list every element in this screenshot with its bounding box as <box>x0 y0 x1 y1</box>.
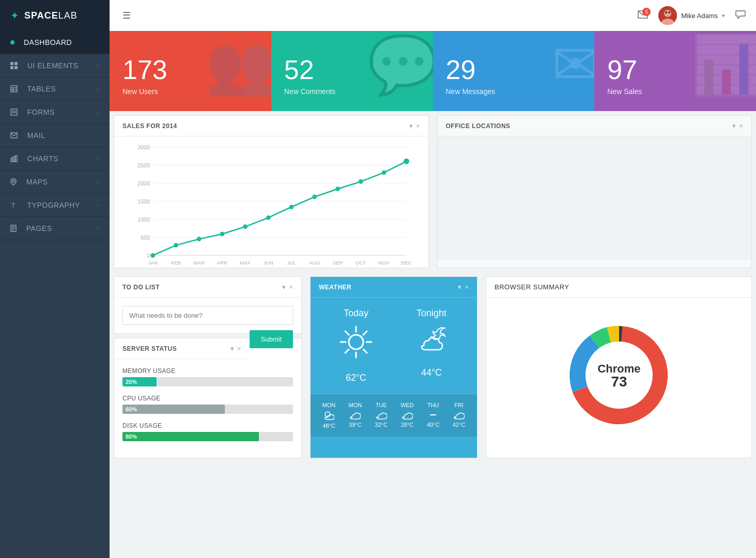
mail-notification[interactable]: 5 <box>638 10 648 21</box>
nav-dot <box>10 40 14 44</box>
svg-rect-4 <box>11 86 17 92</box>
chevron-icon: › <box>97 86 99 92</box>
forecast-day-label: MON <box>322 402 336 408</box>
svg-point-41 <box>150 253 155 258</box>
forms-icon: Forms <box>10 108 55 116</box>
todo-submit-button[interactable]: Submit <box>250 330 293 348</box>
cloud-icon <box>402 410 413 420</box>
svg-point-45 <box>243 224 248 229</box>
sun-icon <box>338 324 374 360</box>
cloud-icon <box>453 410 465 420</box>
chevron-icon: › <box>97 63 99 69</box>
todo-input[interactable] <box>122 306 293 325</box>
svg-point-48 <box>312 195 317 199</box>
browser-summary-panel: Browser Summary <box>486 276 752 458</box>
forecast-temp: 42°C <box>453 422 466 428</box>
today-label: Today <box>344 308 368 319</box>
svg-text:0: 0 <box>147 253 150 259</box>
today-temp: 62°C <box>346 373 366 383</box>
svg-point-42 <box>174 243 178 247</box>
partly-cloudy-icon <box>323 410 334 421</box>
cpu-bar-bg: 60% <box>122 405 293 414</box>
close-icon[interactable]: × <box>465 283 469 291</box>
svg-point-65 <box>349 335 363 349</box>
svg-point-50 <box>359 179 363 184</box>
forecast-fri: FRI 42°C <box>453 402 466 429</box>
collapse-icon[interactable]: ▾ <box>732 122 736 130</box>
close-icon[interactable]: × <box>289 283 293 291</box>
main-content: ☰ 5 Mike Adams ▾ <box>110 0 756 558</box>
stat-card-messages: ✉ 29 New Messages <box>433 31 595 111</box>
topbar-right: 5 Mike Adams ▾ <box>638 6 746 25</box>
close-icon[interactable]: × <box>237 345 241 352</box>
collapse-icon[interactable]: ▾ <box>282 283 286 291</box>
svg-point-15 <box>12 180 14 182</box>
forecast-tue: TUE 32°C <box>375 402 388 429</box>
weather-controls[interactable]: ▾ × <box>458 283 469 291</box>
sidebar-item-dashboard[interactable]: Dashboard <box>0 31 110 54</box>
svg-point-44 <box>220 232 224 237</box>
sidebar-item-ui-elements[interactable]: UI Elements › <box>0 54 110 78</box>
user-menu[interactable]: Mike Adams ▾ <box>658 6 725 25</box>
tonight-col: Tonight 44°C <box>396 308 467 383</box>
bottom-row: TO DO LIST ▾ × Submit SE <box>110 272 756 462</box>
svg-point-26 <box>668 11 670 13</box>
collapse-icon[interactable]: ▾ <box>458 283 461 291</box>
chevron-icon: › <box>97 132 99 138</box>
todo-controls[interactable]: ▾ × <box>282 283 293 291</box>
memory-bar-bg: 20% <box>122 377 293 386</box>
chevron-icon: › <box>97 202 99 208</box>
sidebar-item-mail[interactable]: Mail › <box>0 124 110 147</box>
todo-header: TO DO LIST ▾ × <box>114 277 301 298</box>
sidebar-item-typography[interactable]: T Typography › <box>0 194 110 217</box>
cpu-label: CPU Usage <box>122 395 293 402</box>
svg-rect-14 <box>16 156 17 162</box>
svg-text:MAR: MAR <box>193 260 205 266</box>
sidebar: ✦ SPACELAB Dashboard UI Elements › Table… <box>0 0 110 558</box>
svg-point-25 <box>665 11 667 13</box>
svg-text:1500: 1500 <box>137 198 150 205</box>
server-status-panel: SERVER STATUS ▾ × Memory Usage 20% <box>114 338 302 458</box>
cloud-icon <box>376 410 387 420</box>
svg-line-73 <box>345 349 349 353</box>
chevron-icon: › <box>97 179 99 185</box>
sales-chart-panel: SALES FOR 2014 ▾ × <box>114 115 429 268</box>
user-avatar <box>658 6 677 25</box>
collapse-icon[interactable]: ▾ <box>230 345 234 352</box>
logo-icon: ✦ <box>10 9 19 22</box>
chat-icon-button[interactable] <box>735 10 746 21</box>
weather-panel: WEATHER ▾ × Today <box>310 276 477 458</box>
todo-body: Submit <box>114 298 301 333</box>
collapse-icon[interactable]: ▾ <box>409 122 413 130</box>
typography-icon: T Typography <box>10 201 80 209</box>
sidebar-item-pages[interactable]: Pages › <box>0 217 110 240</box>
svg-text:2000: 2000 <box>137 180 150 187</box>
avatar-image <box>658 6 677 25</box>
office-locations-controls[interactable]: ▾ × <box>732 122 743 130</box>
sidebar-item-tables[interactable]: Tables › <box>0 78 110 101</box>
cloud-moon-icon <box>413 324 450 355</box>
server-status-controls[interactable]: ▾ × <box>230 345 241 352</box>
comments-bg-icon: 💬 <box>367 36 433 93</box>
stat-card-users: 👥 173 New Users <box>110 31 271 111</box>
hamburger-button[interactable]: ☰ <box>120 7 133 24</box>
sidebar-item-forms[interactable]: Forms › <box>0 101 110 124</box>
svg-rect-3 <box>14 66 18 69</box>
svg-text:1000: 1000 <box>137 216 150 223</box>
sales-bg-icon: 📊 <box>690 36 756 93</box>
sidebar-item-charts[interactable]: Charts › <box>0 147 110 171</box>
server-status-body: Memory Usage 20% CPU Usage 6 <box>114 359 301 458</box>
logo-area[interactable]: ✦ SPACELAB <box>0 0 110 31</box>
close-icon[interactable]: × <box>416 122 420 130</box>
disk-usage-item: Disk Usage 80% <box>122 422 293 441</box>
memory-bar: 20% <box>122 377 157 386</box>
sales-chart-controls[interactable]: ▾ × <box>409 122 420 130</box>
todo-title: TO DO LIST <box>122 284 160 291</box>
left-bottom-col: TO DO LIST ▾ × Submit SE <box>110 272 306 462</box>
disk-label: Disk Usage <box>122 422 293 429</box>
svg-text:3000: 3000 <box>137 144 150 150</box>
sidebar-item-maps[interactable]: Maps › <box>0 171 110 194</box>
close-icon[interactable]: × <box>739 122 743 130</box>
office-locations-title: OFFICE LOCATIONS <box>446 122 511 130</box>
svg-rect-1 <box>14 62 18 65</box>
